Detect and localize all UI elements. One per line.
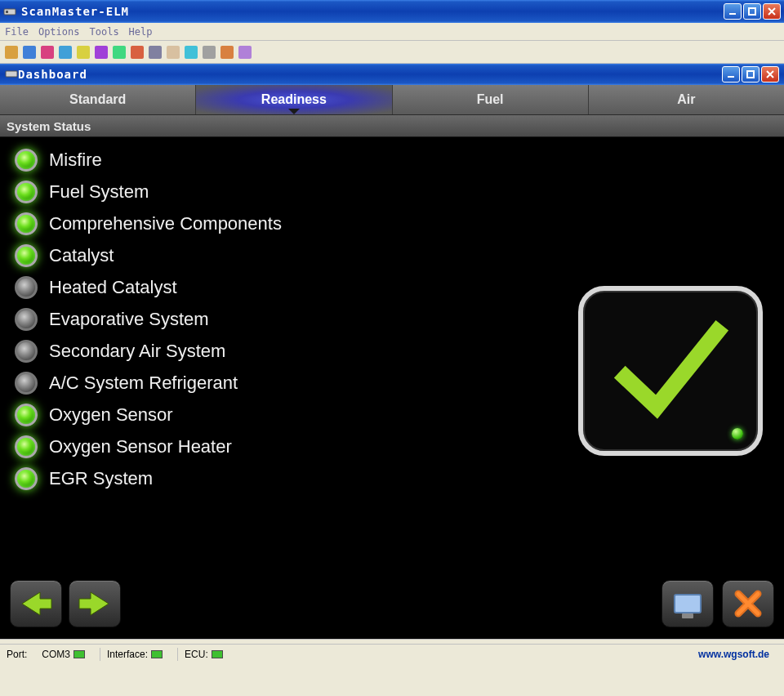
status-item-label: Comprehensive Components (49, 213, 282, 234)
status-led-icon (15, 435, 38, 458)
outer-titlebar: ScanMaster-ELM (0, 0, 784, 23)
statusbar: Port: COM3 Interface: ECU: www.wgsoft.de (0, 644, 784, 663)
menu-file[interactable]: File (5, 26, 29, 38)
inner-close-button[interactable] (761, 66, 779, 83)
toolbar-icon[interactable] (203, 46, 216, 59)
status-led-icon (15, 149, 38, 172)
menubar: File Options Tools Help (0, 23, 784, 41)
status-interface: Interface: (107, 649, 163, 660)
svg-rect-2 (729, 13, 736, 15)
svg-rect-3 (749, 8, 755, 15)
status-ecu-label: ECU: (185, 649, 208, 660)
display-button[interactable] (662, 580, 714, 627)
bottom-actions-left (10, 580, 121, 627)
status-led-icon (15, 404, 38, 426)
dashboard-icon (5, 67, 18, 83)
minimize-button[interactable] (724, 3, 742, 20)
inner-window-title: Dashboard (18, 68, 722, 81)
status-item-label: Evaporative System (49, 309, 209, 330)
cancel-button[interactable] (722, 580, 774, 627)
status-led-icon (15, 340, 38, 363)
toolbar-icon[interactable] (113, 46, 126, 59)
status-sep (100, 648, 100, 661)
status-led-icon (15, 372, 38, 395)
toolbar-icon[interactable] (131, 46, 144, 59)
status-led-icon (15, 276, 38, 299)
status-led-icon (15, 212, 38, 235)
status-item-label: Oxygen Sensor (49, 404, 173, 426)
status-item-label: EGR System (49, 468, 153, 489)
monitor-icon (674, 594, 702, 613)
arrow-right-icon (78, 589, 112, 618)
inner-titlebar: Dashboard (0, 64, 784, 85)
status-item-label: Misfire (49, 149, 102, 171)
toolbar-icon[interactable] (149, 46, 162, 59)
status-sep (177, 648, 178, 661)
menu-options[interactable]: Options (38, 26, 80, 38)
status-port-value: COM3 (42, 649, 70, 660)
toolbar-icon[interactable] (220, 46, 234, 59)
website-link[interactable]: www.wgsoft.de (698, 649, 769, 660)
toolbar (0, 41, 784, 64)
tab-air[interactable]: Air (589, 85, 784, 114)
toolbar-icon[interactable] (185, 46, 198, 59)
status-port-label: Port: (7, 649, 27, 660)
tab-readiness[interactable]: Readiness (196, 85, 392, 114)
status-item: Misfire (15, 149, 769, 172)
toolbar-icon[interactable] (23, 46, 36, 59)
status-led-icon (15, 244, 38, 267)
svg-rect-6 (747, 71, 754, 78)
toolbar-icon[interactable] (41, 46, 54, 59)
content-area: MisfireFuel SystemComprehensive Componen… (0, 137, 784, 639)
status-item-label: A/C System Refrigerant (49, 373, 238, 394)
status-item-label: Secondary Air System (49, 341, 225, 362)
menu-help[interactable]: Help (129, 26, 153, 38)
status-link-cell: www.wgsoft.de (698, 649, 769, 660)
status-item-label: Oxygen Sensor Heater (49, 436, 232, 457)
toolbar-icon[interactable] (238, 46, 252, 59)
ecu-led-icon (212, 650, 223, 658)
status-item: EGR System (15, 467, 769, 490)
status-dot-icon (732, 428, 743, 439)
status-item-label: Fuel System (49, 181, 149, 203)
status-led-icon (15, 467, 38, 490)
tab-fuel[interactable]: Fuel (393, 85, 589, 114)
svg-rect-1 (6, 11, 8, 13)
status-item: Catalyst (15, 244, 769, 267)
status-port-value-cell: COM3 (42, 649, 85, 660)
inner-maximize-button[interactable] (742, 66, 760, 83)
status-item: Fuel System (15, 181, 769, 203)
toolbar-icon[interactable] (95, 46, 108, 59)
interface-led-icon (151, 650, 163, 658)
tabs: Standard Readiness Fuel Air (0, 85, 784, 114)
close-button[interactable] (763, 3, 781, 20)
readiness-check-card (578, 286, 763, 456)
toolbar-icon[interactable] (59, 46, 72, 59)
svg-rect-5 (728, 76, 734, 78)
inner-window-controls (722, 66, 779, 83)
tab-standard[interactable]: Standard (0, 85, 196, 114)
toolbar-icon[interactable] (167, 46, 180, 59)
maximize-button[interactable] (743, 3, 761, 20)
toolbar-icon[interactable] (77, 46, 90, 59)
x-icon (733, 589, 763, 618)
status-port: Port: (7, 649, 27, 660)
next-button[interactable] (69, 580, 121, 627)
prev-button[interactable] (10, 580, 62, 627)
outer-window-controls (724, 3, 781, 20)
app-icon (3, 5, 16, 18)
status-led-icon (15, 181, 38, 203)
inner-minimize-button[interactable] (722, 66, 740, 83)
checkmark-icon (609, 314, 732, 428)
status-item-label: Catalyst (49, 245, 114, 266)
bottom-actions-right (662, 580, 774, 627)
status-item-label: Heated Catalyst (49, 277, 177, 298)
status-interface-label: Interface: (107, 649, 148, 660)
status-led-icon (15, 308, 38, 331)
section-header: System Status (0, 114, 784, 137)
menu-tools[interactable]: Tools (89, 26, 118, 38)
outer-window-title: ScanMaster-ELM (21, 5, 724, 18)
inner-window: Dashboard Standard Readiness Fuel Air Sy… (0, 64, 784, 644)
svg-rect-4 (6, 71, 17, 77)
toolbar-icon[interactable] (5, 46, 18, 59)
